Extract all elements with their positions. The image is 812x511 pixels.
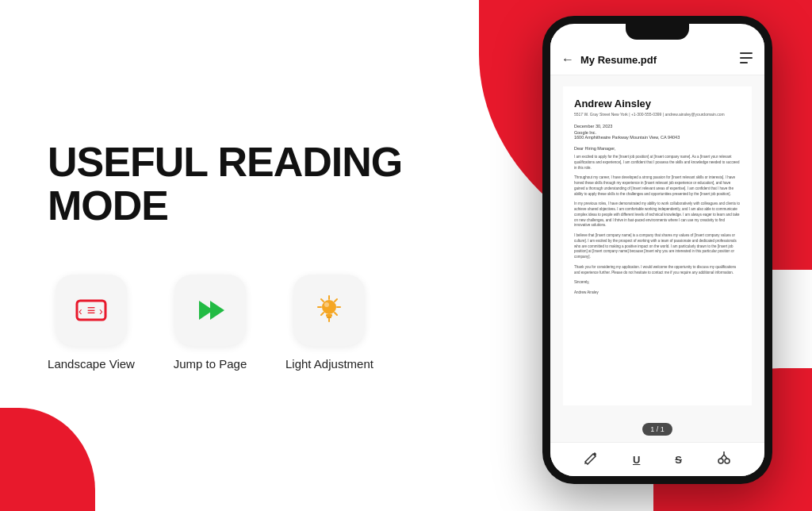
resume-date: December 30, 2023 [574,124,741,129]
app-header: ← My Resume.pdf [550,38,764,75]
header-left: ← My Resume.pdf [561,52,657,67]
toolbar-underline-icon[interactable]: U [633,454,640,466]
app-toolbar: U S [550,442,764,476]
file-title: My Resume.pdf [580,54,657,66]
svg-line-13 [335,299,337,302]
light-icon-circle [293,275,365,346]
jump-label: Jump to Page [174,357,247,371]
left-content-panel: USEFUL READING MODE ≡ ‹ › Landscape View [0,0,476,511]
svg-line-14 [321,313,324,315]
resume-para-5: Thank you for considering my application… [574,265,741,276]
toolbar-pen-icon[interactable] [584,451,598,468]
resume-contact: 5517 W. Gray Street New York | +1-300-55… [574,112,741,117]
landscape-icon-circle: ≡ ‹ › [56,275,127,346]
jump-icon-circle [174,275,246,346]
svg-point-21 [718,459,723,463]
phone-mockup: ← My Resume.pdf Andrew Ainsley 5517 W. G… [542,16,772,484]
company-address: 1600 Amphitheatre Parkway Mountain View,… [574,135,680,140]
resume-para-1: I am excited to apply for the [Insert jo… [574,155,741,171]
light-icon [312,293,347,328]
pdf-content-area: Andrew Ainsley 5517 W. Gray Street New Y… [550,75,764,417]
back-arrow-icon[interactable]: ← [561,52,574,67]
resume-company: Google Inc. 1600 Amphitheatre Parkway Mo… [574,130,741,140]
resume-para-4: I believe that [Insert company name] is … [574,233,741,260]
svg-marker-5 [210,301,224,320]
resume-signature: Andrew Ainsley [574,290,741,296]
svg-text:‹: ‹ [79,305,82,317]
resume-name: Andrew Ainsley [574,98,741,110]
svg-rect-20 [740,62,748,63]
feature-landscape: ≡ ‹ › Landscape View [48,275,135,371]
svg-text:≡: ≡ [87,302,96,318]
page-counter: 1 / 1 [642,423,672,436]
svg-rect-16 [327,317,331,318]
landscape-icon: ≡ ‹ › [74,293,109,328]
light-label: Light Adjustment [285,357,373,371]
phone-notch [626,24,689,40]
features-row: ≡ ‹ › Landscape View Jump to Page [48,275,373,371]
svg-rect-15 [326,314,332,317]
svg-text:›: › [99,305,103,317]
svg-point-17 [324,302,329,307]
pdf-page: Andrew Ainsley 5517 W. Gray Street New Y… [563,86,752,405]
menu-icon[interactable] [739,51,753,68]
feature-light: Light Adjustment [285,275,373,371]
toolbar-scissors-icon[interactable] [717,451,731,468]
phone-outer: ← My Resume.pdf Andrew Ainsley 5517 W. G… [542,16,772,484]
svg-line-23 [721,455,724,459]
resume-para-3: In my previous roles, I have demonstrate… [574,202,741,229]
resume-para-2: Throughout my career, I have developed a… [574,175,741,197]
landscape-label: Landscape View [48,357,135,371]
main-title: USEFUL READING MODE [48,140,428,227]
resume-closing: Sincerely, [574,280,741,286]
svg-line-24 [724,455,727,459]
svg-point-22 [725,459,730,463]
jump-icon [193,293,228,328]
resume-salutation: Dear Hiring Manager, [574,146,741,151]
phone-screen: ← My Resume.pdf Andrew Ainsley 5517 W. G… [550,24,764,476]
svg-line-12 [335,313,337,315]
svg-line-11 [321,299,324,302]
page-counter-bar: 1 / 1 [550,417,764,442]
feature-jump: Jump to Page [167,275,254,371]
svg-rect-19 [740,57,753,59]
toolbar-strikethrough-icon[interactable]: S [675,454,682,466]
svg-rect-18 [740,52,753,54]
